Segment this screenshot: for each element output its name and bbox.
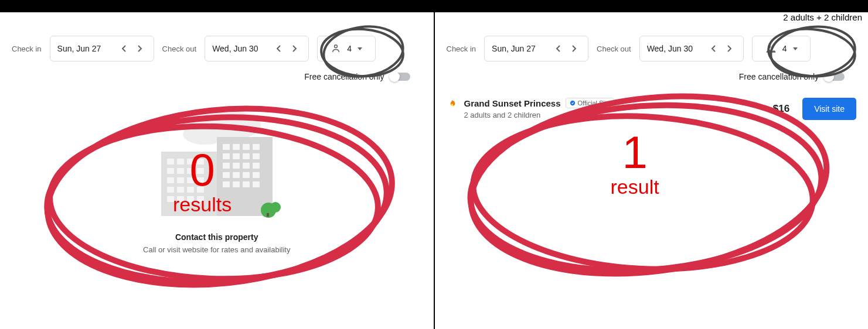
search-row: Check in Sun, Jun 27 Check out Wed, Jun … (12, 36, 422, 61)
svg-rect-39 (243, 172, 250, 178)
checkin-nav (552, 42, 581, 56)
svg-rect-6 (177, 159, 184, 164)
svg-rect-47 (267, 213, 269, 217)
svg-rect-14 (177, 177, 184, 183)
free-cancel-toggle[interactable] (825, 73, 845, 81)
svg-rect-38 (233, 172, 240, 178)
svg-rect-26 (233, 144, 240, 150)
checkin-nav (117, 42, 147, 56)
checkout-field[interactable]: Wed, Jun 30 (205, 36, 309, 61)
svg-rect-22 (177, 196, 184, 202)
svg-rect-11 (187, 168, 194, 174)
svg-point-57 (469, 108, 816, 277)
svg-rect-43 (243, 181, 250, 187)
svg-rect-27 (243, 144, 250, 150)
badge-text: Official Site (578, 100, 610, 107)
chevron-right-icon[interactable] (287, 42, 301, 56)
svg-rect-35 (243, 163, 250, 169)
chevron-right-icon[interactable] (567, 42, 581, 56)
checkin-label: Check in (12, 44, 42, 53)
svg-rect-16 (197, 177, 204, 183)
annotation-number: 1 (611, 129, 659, 175)
checkout-label: Check out (162, 44, 197, 53)
left-panel: Check in Sun, Jun 27 Check out Wed, Jun … (0, 12, 434, 329)
svg-rect-13 (167, 177, 174, 183)
chevron-right-icon[interactable] (132, 42, 147, 56)
svg-rect-41 (223, 181, 230, 187)
free-cancel-label: Free cancellation only (739, 72, 819, 81)
free-cancel-toggle[interactable] (390, 73, 410, 81)
svg-rect-25 (223, 144, 230, 150)
svg-rect-19 (187, 187, 194, 193)
svg-point-0 (335, 45, 338, 48)
dropdown-arrow-icon (358, 47, 362, 50)
svg-rect-21 (167, 196, 174, 202)
result-row: Grand Sunset Princess Official Site 2 ad… (447, 98, 857, 120)
svg-rect-44 (253, 181, 260, 187)
svg-rect-18 (177, 187, 184, 193)
svg-rect-36 (253, 163, 260, 169)
svg-rect-30 (233, 153, 240, 159)
guests-field[interactable]: 4 (752, 36, 811, 61)
svg-point-53 (768, 45, 771, 48)
checkout-nav (707, 42, 736, 56)
empty-state: Contact this property Call or visit webs… (12, 105, 422, 254)
svg-rect-34 (233, 163, 240, 169)
chevron-left-icon[interactable] (552, 42, 566, 56)
free-cancel-row: Free cancellation only (12, 72, 422, 81)
svg-rect-10 (177, 168, 184, 174)
empty-state-subtitle: Call or visit website for rates and avai… (12, 245, 422, 254)
guest-count: 4 (782, 44, 787, 53)
svg-point-56 (464, 94, 826, 282)
svg-rect-33 (223, 163, 230, 169)
result-subtitle: 2 adults and 2 children (464, 111, 766, 119)
checkin-date: Sun, Jun 27 (57, 44, 101, 53)
svg-rect-31 (243, 153, 250, 159)
result-main: Grand Sunset Princess Official Site 2 ad… (464, 98, 766, 119)
main-container: Check in Sun, Jun 27 Check out Wed, Jun … (0, 0, 868, 329)
svg-rect-29 (223, 153, 230, 159)
guests-tooltip: 2 adults + 2 children (783, 12, 862, 22)
search-row: Check in Sun, Jun 27 Check out Wed, Jun … (447, 36, 857, 61)
result-title[interactable]: Grand Sunset Princess (464, 98, 561, 108)
svg-rect-24 (197, 196, 204, 202)
checkout-date: Wed, Jun 30 (647, 44, 693, 53)
chevron-right-icon[interactable] (722, 42, 736, 56)
visit-site-button[interactable]: Visit site (802, 98, 856, 120)
fire-icon (447, 99, 457, 109)
official-site-badge: Official Site (566, 98, 614, 108)
svg-point-46 (270, 202, 281, 213)
checkin-field[interactable]: Sun, Jun 27 (50, 36, 154, 61)
svg-rect-17 (167, 187, 174, 193)
checkout-date: Wed, Jun 30 (212, 44, 258, 53)
svg-rect-5 (167, 159, 174, 164)
svg-rect-37 (223, 172, 230, 178)
checkout-label: Check out (597, 44, 631, 53)
svg-rect-23 (187, 196, 194, 202)
right-panel: 2 adults + 2 children Check in Sun, Jun … (435, 12, 869, 329)
free-cancel-row: Free cancellation only (447, 72, 857, 81)
result-title-row: Grand Sunset Princess Official Site (464, 98, 766, 108)
annotation-one: 1 result (611, 129, 659, 199)
svg-rect-8 (197, 159, 204, 164)
chevron-left-icon[interactable] (707, 42, 721, 56)
chevron-left-icon[interactable] (272, 42, 286, 56)
checkin-date: Sun, Jun 27 (492, 44, 536, 53)
svg-rect-28 (253, 144, 260, 150)
svg-rect-12 (197, 168, 204, 174)
checkin-field[interactable]: Sun, Jun 27 (484, 36, 588, 61)
chevron-left-icon[interactable] (117, 42, 131, 56)
result-price: $16 (773, 103, 789, 115)
guests-field[interactable]: 4 (317, 36, 376, 61)
dropdown-arrow-icon (793, 47, 798, 50)
svg-rect-9 (167, 168, 174, 174)
svg-rect-40 (253, 172, 260, 178)
checkout-field[interactable]: Wed, Jun 30 (639, 36, 744, 61)
empty-state-title: Contact this property (12, 232, 422, 242)
svg-point-54 (771, 46, 774, 49)
buildings-illustration (141, 105, 293, 222)
guest-count: 4 (347, 44, 352, 53)
svg-rect-7 (187, 159, 194, 164)
person-icon (331, 43, 341, 54)
svg-rect-32 (253, 153, 260, 159)
